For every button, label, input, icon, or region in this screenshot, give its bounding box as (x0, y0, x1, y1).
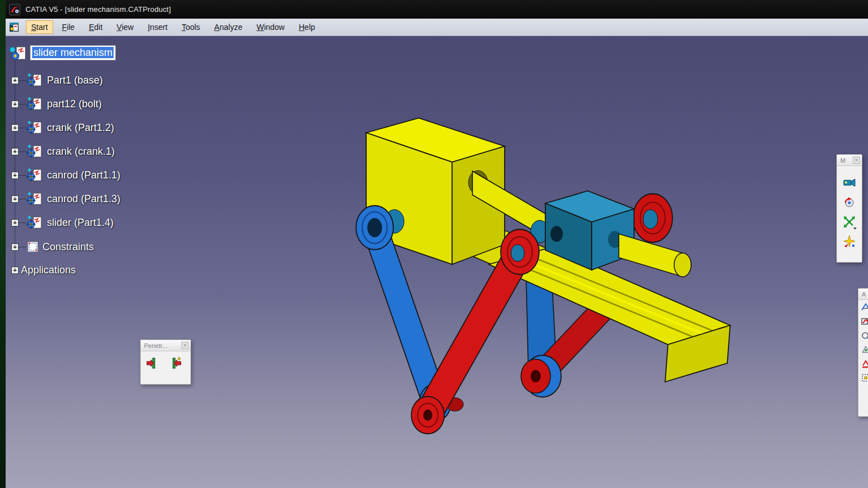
menu-start[interactable]: Start (26, 20, 53, 34)
close-icon[interactable]: × (853, 156, 860, 164)
tree-item-label[interactable]: Part1 (base) (47, 75, 103, 86)
window-title: CATIA V5 - [slider mechanism.CATProduct] (25, 5, 171, 14)
tree-branch-stub (19, 199, 26, 199)
tree-item-label[interactable]: Constraints (42, 241, 94, 253)
tree-expand-toggle[interactable]: + (11, 219, 19, 226)
tree-item-label[interactable]: crank (crank.1) (47, 146, 115, 158)
right-top-toolbar-titlebar[interactable]: M × (837, 155, 862, 166)
menu-tools[interactable]: Tools (176, 20, 205, 34)
specification-tree: slider mechanism + Part1 (base) + part12… (6, 36, 243, 307)
clipped-toolbar-icon[interactable] (861, 302, 868, 312)
right-bottom-toolbar-title: A (862, 291, 866, 298)
tree-item-canrod-part1-1[interactable]: + canrod (Part1.1) (6, 168, 120, 182)
part-icon (27, 168, 44, 182)
viewport-3d[interactable]: slider mechanism + Part1 (base) + part12… (6, 36, 868, 488)
titlebar[interactable]: CATIA V5 - [slider mechanism.CATProduct] (6, 0, 868, 19)
menubar: Start File Edit View Insert Tools Analyz… (6, 19, 868, 36)
menu-insert[interactable]: Insert (142, 20, 172, 34)
right-top-toolbar[interactable]: M × (836, 154, 862, 263)
clipped-toolbar-icon[interactable] (861, 330, 868, 341)
tree-expand-toggle[interactable]: + (11, 148, 19, 155)
menu-window[interactable]: Window (251, 20, 290, 34)
penetration-toolbar-title: Penetr... (144, 342, 167, 349)
tree-item-label[interactable]: slider (Part1.4) (47, 217, 114, 229)
right-bottom-toolbar[interactable]: A (858, 288, 868, 417)
tree-item-slider-part1-4[interactable]: + slider (Part1.4) (6, 215, 114, 230)
tree-branch-stub (19, 80, 26, 81)
tree-expand-toggle[interactable]: + (11, 243, 19, 251)
constraints-icon (27, 241, 39, 253)
desktop-background (0, 0, 6, 488)
clash-detection-icon (146, 356, 160, 371)
part-icon (27, 192, 44, 206)
right-top-toolbar-title: M (840, 157, 845, 164)
camera-button[interactable] (840, 174, 858, 191)
part-icon (27, 145, 44, 158)
star-pointer-icon (842, 234, 857, 249)
cross-arrows-icon (842, 215, 857, 229)
product-root-icon (8, 46, 28, 60)
tree-branch-stub (19, 104, 26, 104)
cross-arrows-button[interactable] (840, 213, 858, 230)
menu-help[interactable]: Help (294, 20, 320, 34)
part-icon (27, 73, 44, 87)
tree-item-label[interactable]: part12 (bolt) (47, 98, 102, 110)
tree-expand-toggle[interactable]: + (11, 101, 19, 108)
tree-item-part1-base[interactable]: + Part1 (base) (6, 73, 103, 88)
tree-branch-stub (19, 128, 26, 128)
gear-arrow-icon (842, 195, 857, 210)
penetration-depth-button[interactable] (166, 355, 184, 372)
part-icon (27, 121, 44, 134)
tree-expand-toggle[interactable]: + (11, 195, 19, 203)
tree-item-crank-crank-1[interactable]: + crank (crank.1) (6, 144, 115, 159)
penetration-toolbar[interactable]: Penetr... × (140, 339, 191, 385)
menu-file[interactable]: File (57, 20, 80, 34)
tree-expand-toggle[interactable]: + (11, 267, 19, 274)
tree-branch-stub (19, 151, 26, 152)
part-icon (27, 216, 44, 229)
close-icon[interactable]: × (181, 342, 189, 349)
menu-view[interactable]: View (111, 20, 138, 34)
tree-item-label[interactable]: canrod (Part1.3) (47, 193, 120, 205)
tree-item-label[interactable]: canrod (Part1.1) (47, 169, 120, 181)
tree-item-part12-bolt[interactable]: + part12 (bolt) (6, 97, 102, 111)
gear-arrow-button[interactable] (840, 194, 858, 211)
right-bottom-toolbar-titlebar[interactable]: A (858, 289, 868, 300)
tree-item-canrod-part1-3[interactable]: + canrod (Part1.3) (6, 191, 120, 206)
tree-item-label[interactable]: Applications (21, 264, 76, 276)
clipped-toolbar-icon[interactable] (861, 316, 868, 326)
tree-branch-stub (19, 223, 26, 223)
part-icon (27, 97, 44, 111)
tree-root[interactable]: slider mechanism (8, 45, 116, 60)
penetration-depth-icon (167, 356, 182, 371)
model-crank-front[interactable] (411, 229, 539, 434)
tree-expand-toggle[interactable]: + (11, 172, 19, 179)
tree-root-edit-box[interactable]: slider mechanism (30, 45, 116, 60)
menu-analyze[interactable]: Analyze (209, 20, 248, 34)
camera-icon (842, 175, 857, 190)
tree-expand-toggle[interactable]: + (11, 124, 19, 132)
tree-item-crank-part1-2[interactable]: + crank (Part1.2) (6, 120, 114, 135)
clipped-toolbar-icon[interactable] (861, 345, 868, 355)
tree-item-constraints[interactable]: + Constraints (6, 239, 94, 254)
tree-item-applications[interactable]: + Applications (6, 263, 76, 277)
clash-detection-button[interactable] (144, 355, 162, 372)
tree-branch-stub (19, 247, 26, 247)
clipped-toolbar-icon[interactable] (861, 359, 868, 369)
tree-expand-toggle[interactable]: + (11, 77, 19, 84)
model-crank-disc[interactable] (633, 194, 672, 242)
catproduct-document-icon (9, 22, 19, 32)
star-pointer-button[interactable] (840, 233, 858, 250)
menu-edit[interactable]: Edit (84, 20, 107, 34)
clipped-toolbar-icon[interactable] (861, 373, 868, 383)
tree-item-label[interactable]: crank (Part1.2) (47, 122, 114, 134)
penetration-toolbar-titlebar[interactable]: Penetr... × (141, 340, 190, 351)
screen: CATIA V5 - [slider mechanism.CATProduct]… (0, 0, 868, 488)
model-crank-pin-joint[interactable] (521, 355, 561, 397)
tree-root-label[interactable]: slider mechanism (32, 47, 114, 58)
catia-logo-icon (9, 4, 20, 15)
tree-branch-stub (19, 175, 26, 176)
